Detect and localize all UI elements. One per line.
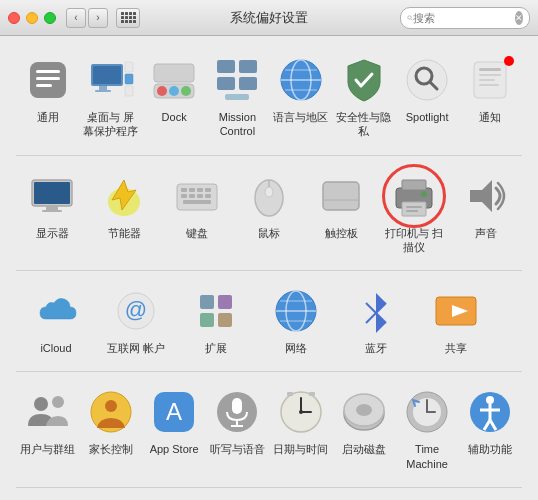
pref-item-mouse[interactable]: 鼠标: [233, 164, 305, 246]
icon-startup: [338, 386, 390, 438]
pref-item-dock[interactable]: Dock: [143, 48, 206, 130]
icon-timemachine: [401, 386, 453, 438]
pref-item-timemachine[interactable]: Time Machine: [396, 380, 459, 477]
window-title: 系统偏好设置: [230, 9, 308, 27]
svg-rect-38: [46, 206, 58, 210]
svg-rect-44: [197, 188, 203, 192]
pref-item-notification[interactable]: 通知: [459, 48, 522, 130]
icon-desktop: [85, 54, 137, 106]
pref-item-spotlight[interactable]: Spotlight: [396, 48, 459, 130]
label-security: 安全性与隐私: [336, 110, 391, 139]
svg-rect-68: [218, 313, 232, 327]
pref-item-energy[interactable]: 节能器: [88, 164, 160, 246]
svg-point-79: [52, 396, 64, 408]
label-bluetooth: 蓝牙: [365, 341, 387, 355]
icon-extensions: [190, 285, 242, 337]
svg-rect-21: [239, 77, 257, 90]
svg-rect-8: [99, 86, 107, 90]
svg-point-28: [407, 60, 447, 100]
maximize-button[interactable]: [44, 12, 56, 24]
pref-item-sound[interactable]: 声音: [450, 164, 522, 246]
close-button[interactable]: [8, 12, 20, 24]
svg-rect-47: [189, 194, 195, 198]
pref-item-users[interactable]: 用户与群组: [16, 380, 79, 462]
pref-item-sharing[interactable]: 共享: [416, 279, 496, 361]
pref-item-datetime[interactable]: 日期与时间: [269, 380, 332, 462]
svg-point-81: [105, 400, 117, 412]
search-box[interactable]: ✕: [400, 7, 530, 29]
icon-tongyong: [22, 54, 74, 106]
grid-icon: [121, 12, 136, 23]
pref-item-trackpad[interactable]: 触控板: [305, 164, 377, 246]
svg-point-91: [299, 410, 303, 414]
search-clear-button[interactable]: ✕: [515, 11, 523, 25]
pref-item-language[interactable]: 语言与地区: [269, 48, 332, 130]
icon-energy: [98, 170, 150, 222]
svg-rect-5: [36, 84, 52, 87]
svg-rect-93: [309, 392, 315, 396]
icon-spotlight: [401, 54, 453, 106]
icon-sharing: [430, 285, 482, 337]
icon-bluetooth: [350, 285, 402, 337]
forward-button[interactable]: ›: [88, 8, 108, 28]
label-desktop: 桌面与 屏幕保护程序: [83, 110, 138, 139]
icon-printer: [388, 170, 440, 222]
label-icloud: iCloud: [40, 341, 71, 355]
pref-item-desktop[interactable]: 桌面与 屏幕保护程序: [79, 48, 142, 145]
pref-item-profiles[interactable]: 描述文件: [16, 496, 96, 500]
svg-point-0: [408, 15, 412, 19]
label-appstore: App Store: [150, 442, 199, 456]
minimize-button[interactable]: [26, 12, 38, 24]
pref-item-bluetooth[interactable]: 蓝牙: [336, 279, 416, 361]
icon-language: [275, 54, 327, 106]
svg-rect-9: [95, 90, 111, 92]
svg-rect-67: [200, 313, 214, 327]
grid-view-button[interactable]: [116, 8, 140, 28]
pref-item-network[interactable]: 网络: [256, 279, 336, 361]
pref-item-dictation[interactable]: 听写与语音: [206, 380, 269, 462]
svg-rect-20: [217, 77, 235, 90]
pref-item-keyboard[interactable]: 键盘: [161, 164, 233, 246]
icon-keyboard: [171, 170, 223, 222]
nav-arrows: ‹ ›: [66, 8, 108, 28]
pref-row-2: iCloud@互联网 帐户扩展网络蓝牙共享: [16, 279, 522, 372]
svg-point-96: [356, 404, 372, 416]
back-button[interactable]: ‹: [66, 8, 86, 28]
pref-item-icloud[interactable]: iCloud: [16, 279, 96, 361]
svg-text:A: A: [166, 398, 182, 425]
icon-mission: [211, 54, 263, 106]
icon-notification: [464, 54, 516, 106]
svg-rect-85: [232, 398, 242, 414]
pref-item-extensions[interactable]: 扩展: [176, 279, 256, 361]
icon-dock: [148, 54, 200, 106]
icon-appstore: A: [148, 386, 200, 438]
pref-item-security[interactable]: 安全性与隐私: [332, 48, 395, 145]
svg-rect-7: [93, 66, 121, 84]
search-input[interactable]: [413, 12, 513, 24]
label-display: 显示器: [36, 226, 69, 240]
pref-row-0: 通用 桌面与 屏幕保护程序DockMission Control语言与地区安全性…: [16, 48, 522, 156]
label-datetime: 日期与时间: [273, 442, 328, 456]
label-timemachine: Time Machine: [400, 442, 455, 471]
label-mission: Mission Control: [210, 110, 265, 139]
icon-internet: @: [110, 285, 162, 337]
svg-rect-4: [36, 77, 60, 80]
label-parental: 家长控制: [89, 442, 133, 456]
svg-rect-50: [183, 200, 211, 204]
pref-item-internet[interactable]: @互联网 帐户: [96, 279, 176, 361]
pref-item-display[interactable]: 显示器: [16, 164, 88, 246]
svg-rect-11: [125, 74, 133, 84]
pref-item-mission[interactable]: Mission Control: [206, 48, 269, 145]
svg-point-15: [169, 86, 179, 96]
pref-item-startup[interactable]: 启动磁盘: [332, 380, 395, 462]
icon-sound: [460, 170, 512, 222]
pref-item-printer[interactable]: 打印机与 扫描仪: [377, 164, 449, 261]
svg-point-14: [157, 86, 167, 96]
pref-item-tongyong[interactable]: 通用: [16, 48, 79, 130]
label-dock: Dock: [162, 110, 187, 124]
pref-item-parental[interactable]: 家长控制: [79, 380, 142, 462]
label-users: 用户与群组: [20, 442, 75, 456]
pref-item-appstore[interactable]: AApp Store: [143, 380, 206, 462]
pref-item-accessibility[interactable]: 辅助功能: [459, 380, 522, 462]
label-mouse: 鼠标: [258, 226, 280, 240]
